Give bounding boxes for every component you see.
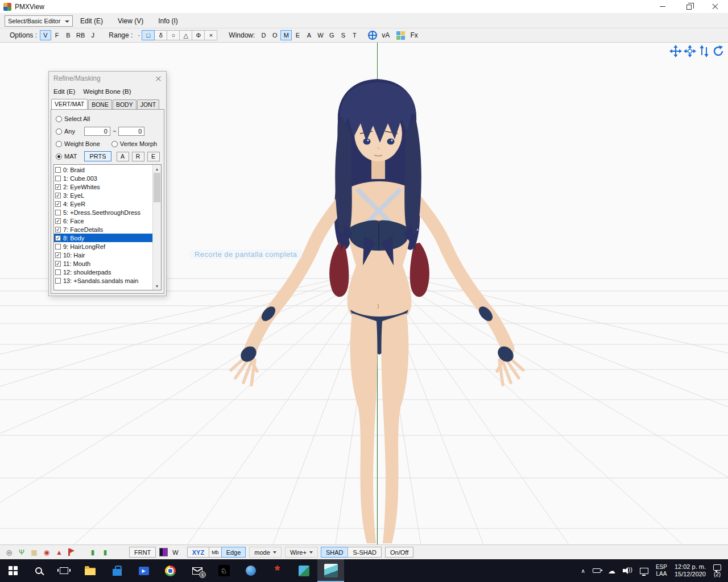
onoff-button[interactable]: On/Off xyxy=(385,547,413,558)
move-tool-icon[interactable] xyxy=(684,45,696,57)
close-button[interactable] xyxy=(702,0,728,13)
window-mode-button[interactable]: G xyxy=(326,30,337,40)
option-button[interactable]: F xyxy=(51,30,63,40)
material-checkbox[interactable] xyxy=(55,210,61,215)
va-button[interactable]: vA xyxy=(382,31,390,39)
dialog-menu-edit[interactable]: Edit (E) xyxy=(53,88,75,95)
taskbar-pmx-editor[interactable] xyxy=(317,559,344,582)
material-row[interactable]: 12: shoulderpads xyxy=(54,268,152,276)
material-checkbox[interactable]: ✓ xyxy=(55,261,61,267)
option-button[interactable]: B xyxy=(63,30,74,40)
target-icon[interactable]: ◎ xyxy=(5,548,14,557)
red-flag-icon[interactable] xyxy=(68,548,70,556)
material-checkbox[interactable]: ✓ xyxy=(55,252,61,258)
menu-edit[interactable]: Edit (E) xyxy=(73,17,110,25)
hidden-icons-chevron[interactable]: ∧ xyxy=(581,568,585,574)
taskbar-teal-app[interactable] xyxy=(291,559,317,582)
dialog-titlebar[interactable]: Refine/Masking xyxy=(49,72,166,85)
dialog-tab[interactable]: BODY xyxy=(113,99,136,109)
edge-toggle[interactable]: Edge xyxy=(221,547,246,558)
option-button[interactable]: V xyxy=(40,30,51,40)
range-symbol-button[interactable]: δ xyxy=(154,30,167,40)
material-row[interactable]: ✓2: EyeWhites xyxy=(54,182,152,191)
window-mode-button[interactable]: D xyxy=(258,30,269,40)
select-all-option[interactable]: Select All xyxy=(56,113,159,124)
taskbar-red-app[interactable]: * xyxy=(264,559,291,582)
taskbar-dark-app[interactable]: ♘ xyxy=(210,559,237,582)
uv-grid-icon[interactable] xyxy=(396,31,405,40)
scroll-down-icon[interactable] xyxy=(153,282,161,290)
editor-mode-select[interactable]: Select/Basic Editor xyxy=(5,15,73,27)
materials-scrollbar[interactable] xyxy=(152,165,161,290)
mask-op-button[interactable]: R xyxy=(132,152,144,161)
honeycomb-icon[interactable]: ▦ xyxy=(30,548,39,557)
range-symbol-button[interactable]: △ xyxy=(179,30,192,40)
volume-icon[interactable] xyxy=(623,567,632,575)
dialog-tab[interactable]: VERT/MAT xyxy=(51,99,88,109)
material-checkbox[interactable] xyxy=(55,167,61,173)
any-to-field[interactable]: 0 xyxy=(118,127,144,136)
material-row[interactable]: ✓3: EyeL xyxy=(54,191,152,199)
taskbar-mail[interactable]: 1 xyxy=(184,559,210,582)
range-symbol-button[interactable]: ○ xyxy=(167,30,180,40)
material-row[interactable]: ✓11: Mouth xyxy=(54,259,152,268)
material-checkbox[interactable] xyxy=(55,176,61,181)
scroll-up-icon[interactable] xyxy=(153,165,161,173)
action-center-button[interactable]: (2) xyxy=(713,564,721,577)
mask-op-button[interactable]: A xyxy=(117,152,129,161)
material-checkbox[interactable]: ✓ xyxy=(55,201,61,207)
range-symbol-button[interactable]: Φ xyxy=(192,30,205,40)
mask-op-button[interactable]: E xyxy=(147,152,160,161)
material-checkbox[interactable] xyxy=(55,278,61,284)
window-mode-button[interactable]: T xyxy=(349,30,360,40)
onedrive-cloud-icon[interactable]: ☁ xyxy=(608,567,615,575)
taskbar-store[interactable] xyxy=(104,559,130,582)
material-row[interactable]: 5: +Dress.SeethroughDress xyxy=(54,208,152,217)
green-bar2-icon[interactable]: ▮ xyxy=(101,548,110,557)
wire-dropdown[interactable]: Wire+ xyxy=(285,547,318,558)
dialog-menu-weight-bone[interactable]: Weight Bone (B) xyxy=(83,88,131,95)
select-all-radio[interactable] xyxy=(56,116,62,122)
edge-color-swatch[interactable] xyxy=(159,548,168,556)
mode-dropdown[interactable]: mode xyxy=(249,547,282,558)
search-button[interactable] xyxy=(26,559,51,582)
menu-info[interactable]: Info (I) xyxy=(151,17,185,25)
battery-icon[interactable] xyxy=(593,568,601,573)
window-mode-button[interactable]: S xyxy=(337,30,349,40)
red-triangle-icon[interactable]: ▲ xyxy=(55,548,64,557)
pan-tool-icon[interactable] xyxy=(669,45,682,57)
scrollbar-thumb[interactable] xyxy=(154,173,160,202)
s-shad-toggle[interactable]: S-SHAD xyxy=(348,547,382,558)
any-from-field[interactable]: 0 xyxy=(84,127,110,136)
material-row[interactable]: ✓8: Body xyxy=(54,234,152,242)
vertex-morph-radio[interactable] xyxy=(111,141,118,147)
material-row[interactable]: 1: Cube.003 xyxy=(54,174,152,182)
any-radio[interactable] xyxy=(56,128,62,135)
window-mode-button[interactable]: E xyxy=(292,30,303,40)
material-checkbox[interactable]: ✓ xyxy=(55,227,61,232)
grass-icon[interactable]: Ψ xyxy=(17,548,26,557)
dialog-tab[interactable]: JONT xyxy=(137,99,159,109)
restore-button[interactable] xyxy=(676,0,702,13)
range-symbol-button[interactable]: □ xyxy=(142,30,155,40)
start-button[interactable] xyxy=(0,559,26,582)
material-row[interactable]: 9: HairLongRef xyxy=(54,242,152,251)
window-mode-button[interactable]: O xyxy=(269,30,280,40)
vertical-move-tool-icon[interactable] xyxy=(698,45,710,57)
fx-button[interactable]: Fx xyxy=(410,31,417,39)
w-label[interactable]: W xyxy=(172,549,178,556)
local-axis-icon[interactable] xyxy=(368,31,377,40)
weight-bone-radio[interactable] xyxy=(56,141,62,147)
viewport-3d[interactable]: Recorte de pantalla completa xyxy=(0,43,728,544)
shad-toggle[interactable]: SHAD xyxy=(321,547,349,558)
taskbar-file-explorer[interactable] xyxy=(77,559,104,582)
clock[interactable]: 12:02 p. m. 15/12/2020 xyxy=(675,563,706,578)
material-checkbox[interactable]: ✓ xyxy=(55,184,61,190)
xyz-button[interactable]: XYZ xyxy=(187,547,209,558)
material-checkbox[interactable]: ✓ xyxy=(55,193,61,198)
window-mode-button[interactable]: M xyxy=(280,30,292,40)
dialog-tab[interactable]: BONE xyxy=(88,99,112,109)
material-row[interactable]: ✓10: Hair xyxy=(54,251,152,259)
window-mode-button[interactable]: W xyxy=(315,30,326,40)
material-checkbox[interactable] xyxy=(55,244,61,250)
